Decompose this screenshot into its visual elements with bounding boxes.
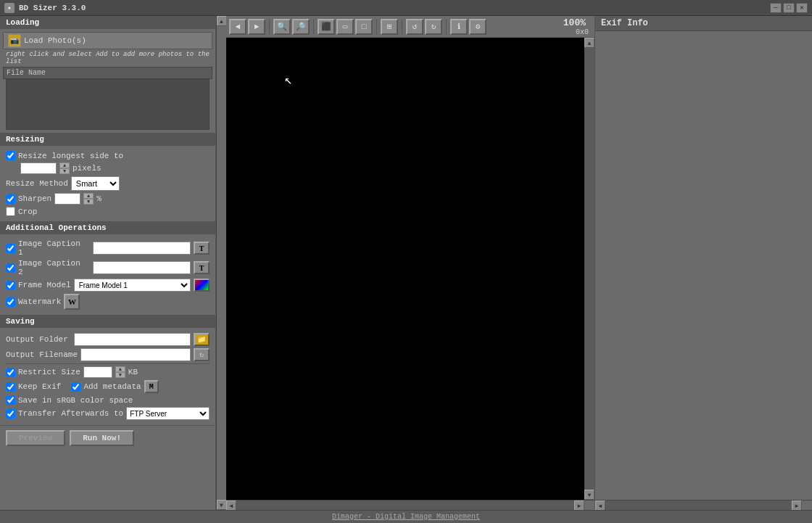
horizontal-scrollbar[interactable] [236, 501, 574, 510]
v-scroll-up[interactable]: ▲ [584, 38, 594, 48]
sharpen-value-input[interactable]: 10 [54, 193, 80, 205]
nav-next-button[interactable]: ► [248, 19, 265, 35]
metadata-m-button[interactable]: M [144, 380, 159, 393]
minimize-button[interactable]: ─ [770, 3, 782, 13]
exif-h-scrollbar-row: ◄ ► [595, 500, 812, 510]
output-filename-input[interactable]: sized_%FileName.%FileExtension [80, 348, 191, 361]
image-area[interactable]: ↖ [226, 38, 584, 500]
image-caption1-checkbox[interactable] [6, 244, 15, 253]
center-panel: ◄ ► 🔍 🔎 ⬛ ▭ □ ⊞ ↺ ↻ ℹ ⚙ 100% 0x0 [226, 16, 594, 510]
toolbar-sep-1 [269, 20, 270, 34]
loading-section: 📷 Load Photo(s) right click and select A… [0, 29, 215, 133]
transfer-afterwards-checkbox[interactable] [6, 409, 15, 419]
scroll-up-arrow[interactable]: ▲ [217, 16, 227, 26]
resize-method-select[interactable]: Smart Lanczos Bilinear Bicubic [71, 176, 120, 191]
output-folder-label: Output Folder [6, 335, 71, 344]
crop-checkbox[interactable] [6, 207, 15, 216]
restrict-spin-up[interactable]: ▲ [115, 366, 125, 372]
fit-all-button[interactable]: □ [355, 19, 373, 35]
restore-button[interactable]: □ [783, 3, 795, 13]
rotate-right-button[interactable]: ↻ [425, 19, 442, 35]
sharpen-checkbox[interactable] [6, 194, 15, 204]
pixel-value-input[interactable]: 800 [20, 162, 57, 174]
restrict-spin-down[interactable]: ▼ [115, 372, 125, 378]
keep-exif-checkbox-label[interactable]: Keep Exif [6, 382, 61, 392]
app-title: BD Sizer 3.3.0 [19, 4, 86, 12]
frame-model-select[interactable]: Frame Model 1 Frame Model 2 None [74, 279, 191, 292]
exif-scrollbar-corner [802, 501, 812, 510]
rotate-left-button[interactable]: ↺ [406, 19, 423, 35]
output-folder-browse-button[interactable]: 📁 [194, 333, 210, 346]
spin-down[interactable]: ▼ [59, 168, 70, 174]
v-scroll-down[interactable]: ▼ [584, 490, 594, 500]
pixel-spinner[interactable]: ▲ ▼ [59, 162, 70, 174]
output-folder-input[interactable]: C:\Users\Lenovo\Pictures\BDSizer [74, 333, 191, 346]
crop-checkbox-label[interactable]: Crop [6, 207, 37, 216]
h-scroll-right[interactable]: ► [574, 501, 584, 510]
toolbar-sep-2 [313, 20, 314, 34]
sharpen-checkbox-label[interactable]: Sharpen [6, 194, 51, 204]
watermark-checkbox-label[interactable]: Watermark [6, 297, 61, 307]
fit-width-button[interactable]: ⬛ [318, 19, 335, 35]
add-metadata-checkbox-label[interactable]: Add metadata [71, 382, 141, 392]
keep-exif-checkbox[interactable] [6, 382, 15, 392]
toolbar: ◄ ► 🔍 🔎 ⬛ ▭ □ ⊞ ↺ ↻ ℹ ⚙ 100% 0x0 [226, 16, 594, 38]
sharpen-spin-up[interactable]: ▲ [83, 193, 94, 199]
exif-h-scroll-right[interactable]: ► [792, 501, 802, 510]
transfer-afterwards-select[interactable]: FTP Server None [126, 407, 210, 420]
spin-up[interactable]: ▲ [59, 162, 70, 168]
zoom-out-button[interactable]: 🔎 [292, 19, 310, 35]
nav-prev-button[interactable]: ◄ [229, 19, 246, 35]
zoom-in-button[interactable]: 🔍 [273, 19, 291, 35]
window-controls: ─ □ ✕ [770, 3, 808, 13]
file-list-area[interactable] [6, 79, 210, 130]
status-link[interactable]: Dimager - Digital Image Management [332, 513, 480, 521]
sharpen-spin-down[interactable]: ▼ [83, 199, 94, 205]
sharpen-spinner[interactable]: ▲ ▼ [83, 193, 94, 205]
resize-longest-checkbox[interactable] [6, 151, 15, 160]
image-caption1-input[interactable]: © %yyyy BD Sizer [93, 242, 191, 255]
info-button[interactable]: ℹ [450, 19, 468, 35]
settings-button[interactable]: ⚙ [469, 19, 486, 35]
load-photos-button[interactable]: 📷 Load Photo(s) [3, 32, 212, 49]
actual-size-button[interactable]: ⊞ [381, 19, 398, 35]
output-filename-label: Output Filename [6, 350, 78, 359]
right-panel: Exif Info ◄ ► [594, 16, 812, 510]
restrict-size-input[interactable]: 200 [83, 366, 112, 378]
restrict-size-unit: KB [128, 368, 138, 376]
vertical-scrollbar[interactable]: ▲ ▼ [584, 38, 594, 500]
resize-longest-checkbox-label[interactable]: Resize longest side to [6, 151, 123, 160]
exif-content[interactable] [595, 31, 812, 500]
run-now-button[interactable]: Run Now! [70, 430, 134, 446]
preview-button[interactable]: Preview [6, 430, 65, 446]
save-srgb-checkbox-label[interactable]: Save in sRGB color space [6, 395, 133, 405]
restrict-size-checkbox[interactable] [6, 368, 15, 377]
image-caption2-checkbox-label[interactable]: Image Caption 2 [6, 259, 90, 276]
frame-model-checkbox-label[interactable]: Frame Model [6, 281, 71, 290]
output-filename-refresh-button[interactable]: ↻ [194, 348, 210, 361]
restrict-size-spinner[interactable]: ▲ ▼ [115, 366, 125, 378]
fit-height-button[interactable]: ▭ [336, 19, 354, 35]
image-caption2-checkbox[interactable] [6, 263, 15, 273]
additional-ops-section: Image Caption 1 © %yyyy BD Sizer T Image… [0, 234, 215, 315]
close-button[interactable]: ✕ [796, 3, 808, 13]
zoom-coords: 0x0 [576, 28, 589, 36]
add-metadata-checkbox[interactable] [71, 382, 80, 392]
caption2-t-button[interactable]: T [194, 261, 210, 274]
transfer-afterwards-checkbox-label[interactable]: Transfer Afterwards to [6, 409, 123, 419]
caption1-t-button[interactable]: T [194, 242, 210, 255]
save-srgb-checkbox[interactable] [6, 395, 15, 405]
exif-h-scroll-left[interactable]: ◄ [595, 501, 605, 510]
exif-h-scrollbar[interactable] [605, 501, 792, 510]
frame-model-checkbox[interactable] [6, 281, 15, 290]
scroll-down-arrow[interactable]: ▼ [217, 500, 227, 510]
h-scroll-left[interactable]: ◄ [226, 501, 236, 510]
watermark-w-button[interactable]: W [64, 294, 80, 310]
watermark-checkbox[interactable] [6, 297, 15, 307]
image-caption1-checkbox-label[interactable]: Image Caption 1 [6, 239, 90, 257]
image-caption2-input[interactable] [93, 261, 191, 274]
file-list-header: File Name [3, 67, 212, 79]
frame-color-button[interactable] [194, 279, 210, 292]
loading-section-header: Loading [0, 16, 215, 29]
restrict-size-checkbox-label[interactable]: Restrict Size [6, 368, 80, 377]
